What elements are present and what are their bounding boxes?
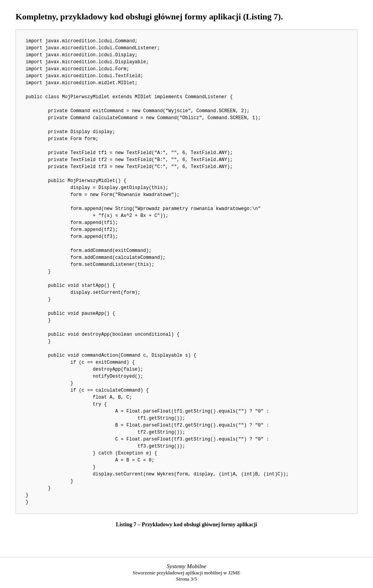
- footer-page: Strona 3/5: [16, 576, 357, 582]
- footer-title: Systemy Mobilne: [16, 563, 357, 570]
- listing-caption: Listing 7 – Przykładowy kod obsługi głów…: [16, 522, 357, 528]
- footer-subtitle: Stworzenie przykładowej aplikacji mobiln…: [16, 570, 357, 576]
- code-box: import javax.microedition.lcdui.Command;…: [16, 29, 357, 514]
- page-title: Kompletny, przykładowy kod obsługi główn…: [0, 0, 373, 29]
- footer: Systemy Mobilne Stworzenie przykładowej …: [0, 557, 373, 588]
- code-content: import javax.microedition.lcdui.Command;…: [26, 38, 347, 506]
